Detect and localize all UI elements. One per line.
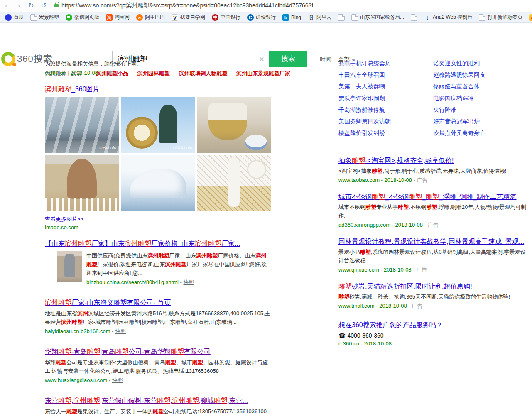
bookmark-item[interactable]: 打开新的标签页 xyxy=(476,13,526,22)
hot-news-link[interactable]: 充电手机订总统套房 xyxy=(338,60,433,66)
bookmark-favicon: [-] xyxy=(308,14,314,21)
phone-icon: ☎ xyxy=(338,332,346,339)
highlighted-term: 雕塑 xyxy=(338,283,352,290)
image-block-title-link[interactable]: 滨州雕塑_360图片 xyxy=(45,85,271,94)
hot-news-link[interactable]: 贾跃亭许家印闹翻 xyxy=(338,95,433,101)
result-thumbnail-wrap[interactable] xyxy=(57,251,82,286)
result-title-link[interactable]: 东营雕塑,滨州雕塑,东营假山假树-东营雕塑,滨州雕塑,聊城雕塑,东营... xyxy=(45,397,248,405)
white-marble-sculpture-image[interactable] xyxy=(121,155,195,211)
url-text[interactable]: https://www.so.com/s?q=滨州雕塑&src=srp&fr=n… xyxy=(61,2,313,10)
ad-label: - 广告 xyxy=(412,177,428,183)
promo-phone-number: 4000-360-360 xyxy=(347,332,383,339)
bookmark-item[interactable]: ↓ Aria2 Web 控制台 xyxy=(421,13,476,22)
bookmark-item[interactable] xyxy=(335,13,348,22)
hot-news-link[interactable]: 诺奖迎女性的胜利 xyxy=(433,60,528,66)
hot-news-link[interactable]: 美第一夫人被群嘲 xyxy=(338,83,433,89)
ad-snippet: <淘宝网>抽象雕塑,简于形,精于心,质感舒适,无异味,大牌商家,值得信赖! xyxy=(338,167,528,175)
bookmark-favicon: b xyxy=(282,14,289,21)
bookmark-item[interactable]: F 不饱和 xyxy=(526,13,532,22)
forward-icon[interactable]: › xyxy=(12,0,25,12)
hot-news-link[interactable]: 楼盘降价引发纠纷 xyxy=(338,130,433,136)
refresh-icon[interactable]: ↻ xyxy=(25,0,37,12)
hot-news-link[interactable]: 凌晨点外卖离奇身亡 xyxy=(433,130,528,136)
bookmark-item[interactable]: [-] 阿里云 xyxy=(304,13,335,22)
bookmark-item[interactable]: V 我要自学网 xyxy=(168,13,208,22)
promo-title-link[interactable]: 想在360搜索推广您的产品服务吗？ xyxy=(338,321,443,329)
snapshot-link[interactable]: 快照 xyxy=(112,377,123,383)
text-run: |青岛 xyxy=(100,348,115,355)
ad-title-link[interactable]: 雕塑砂岩,天猫精选折扣区,限时让利,超值惠购! xyxy=(338,282,472,291)
promo-block: 想在360搜索推广您的产品服务吗？ ☎4000-360-360 e.360.cn… xyxy=(338,321,528,347)
result-title-link[interactable]: 【山东滨州雕塑厂家】山东滨州雕塑厂家价格_山东滨州雕塑厂家... xyxy=(45,240,240,248)
highlighted-term: 雕塑 xyxy=(214,397,227,404)
text-run: 华翔 xyxy=(45,359,56,365)
bookmark-favicon: V xyxy=(172,14,178,21)
bookmark-label: 打开新的标签页 xyxy=(488,14,522,21)
snapshot-link[interactable]: 快照 xyxy=(183,279,194,285)
text-run: 厂家价格_山东 xyxy=(151,240,195,247)
sand-sculpture-image[interactable] xyxy=(45,155,119,211)
bookmark-favicon: 中 xyxy=(212,14,218,21)
bookmark-item[interactable]: 山东省国家税务局... xyxy=(348,13,407,22)
mosaic-cup-sculpture-image[interactable] xyxy=(197,97,271,153)
bookmark-item[interactable] xyxy=(407,13,421,22)
steel-spire-sculpture-image[interactable]: cnsphoto xyxy=(45,97,119,153)
bookmark-item[interactable]: 中 中国银行 xyxy=(208,13,244,22)
bookmark-label: 我要自学网 xyxy=(180,14,205,21)
result-thumbnail-image[interactable] xyxy=(57,251,82,282)
text-run: 专业从事 xyxy=(376,204,398,210)
bookmark-item[interactable]: 百度 xyxy=(2,13,27,22)
result-snippet: 中国供应商(免费提供山东滨州雕塑厂家、山东滨州雕塑厂家价格、山东滨州雕塑厂家报价… xyxy=(86,251,271,277)
back-icon[interactable]: ‹ xyxy=(0,0,12,12)
ad-title-link[interactable]: 园林景观设计教程,景观设计实战教学,园林景观高手速成_景观... xyxy=(338,238,524,246)
reload-icon[interactable]: ↺ xyxy=(37,0,50,12)
bookmark-favicon: F xyxy=(529,14,532,21)
ship-wheel-statue-image[interactable]: CNSphoto xyxy=(121,97,195,153)
search-result: 东营雕塑,滨州雕塑,东营假山假树-东营雕塑,滨州雕塑,聊城雕塑,东营... 东营… xyxy=(45,397,271,414)
ad-title-link[interactable]: 城市不锈钢雕塑_不锈钢雕塑_雕塑_浮雕_铜雕_制作工艺精湛 xyxy=(338,193,517,201)
bookmark-label: 建设银行 xyxy=(256,14,276,21)
bookmark-item[interactable]: 微信网页版 xyxy=(62,13,103,22)
result-title-link[interactable]: 华翔雕塑-青岛雕塑|青岛雕塑公司-青岛华翔雕塑有限公司 xyxy=(45,348,211,356)
text-run: 地址是山东省 xyxy=(45,310,77,316)
ad-label: - 广告 xyxy=(407,303,423,309)
bookmarks-bar: 百度 宏景雕塑 微信网页版 淘 淘宝网 a 阿里巴巴 V 我要自学网 中 中国银… xyxy=(0,12,532,23)
bookmark-favicon xyxy=(338,14,345,21)
ad-title-link[interactable]: 抽象雕塑-<淘宝网>,规格齐全,畅享低价! xyxy=(338,157,454,165)
bookmark-item[interactable]: 淘 淘宝网 xyxy=(103,13,133,22)
hot-news-link[interactable]: 电影国庆档遇冷 xyxy=(433,95,528,101)
porcelain-vase-wall-image[interactable] xyxy=(197,155,271,211)
bookmark-label: 阿里云 xyxy=(316,14,331,21)
hot-news-link[interactable]: 美国务卿第四次访朝 xyxy=(338,118,433,124)
hot-news-link[interactable]: 赵薇路透照惊呆网友 xyxy=(433,72,528,78)
highlighted-term: 雕塑 xyxy=(427,204,437,210)
more-images-link[interactable]: 查看更多图片>> xyxy=(45,216,83,223)
hot-news-list: 充电手机订总统套房 诺奖迎女性的胜利 丰田汽车全球召回 赵薇路透照惊呆网友 美第… xyxy=(338,60,528,136)
text-run: 砂岩,满减、秒杀、抢购,365天不间断,天猫给你极致的生活购物体验! xyxy=(349,294,510,300)
bookmark-item[interactable]: a 阿里巴巴 xyxy=(133,13,168,22)
bookmark-item[interactable]: 宏景雕塑 xyxy=(27,13,62,22)
address-bar[interactable]: https://www.so.com/s?q=滨州雕塑&src=srp&fr=n… xyxy=(50,0,532,12)
hot-news-link[interactable]: 千岛湖游船被停航 xyxy=(338,107,433,113)
highlighted-term: 滨州雕塑 xyxy=(125,240,151,247)
text-run: 是集设计、生产、安装于一体的 xyxy=(77,408,153,414)
highlighted-term: 雕塑 xyxy=(372,168,382,174)
hot-news-link[interactable]: 佟丽娅与董璇合体 xyxy=(433,83,528,89)
hot-news-link[interactable]: 好声音总冠军出炉 xyxy=(433,118,528,124)
ad-cite: www.taobao.com - 2018-10-08 xyxy=(338,177,412,183)
highlighted-term: 滨州雕塑 xyxy=(172,397,199,404)
text-run: _360图片 xyxy=(71,86,100,93)
bookmark-label: 宏景雕塑 xyxy=(39,14,59,21)
text-run: 厂家价格、山东 xyxy=(218,252,255,259)
highlighted-term: 滨州雕塑 xyxy=(65,240,91,247)
result-title-link[interactable]: 滨州雕塑厂家-山东海义雕塑有限公司- 首页 xyxy=(45,299,171,307)
text-run: 园林景观设计教程,景观设计实战教学,园林景观高手速成_景观... xyxy=(338,238,524,245)
search-button[interactable]: 搜索 xyxy=(269,51,307,67)
hot-news-link[interactable]: 央行降准 xyxy=(433,107,528,113)
bookmark-item[interactable]: b Bing xyxy=(279,13,304,22)
text-run: _浮雕_铜雕_制作工艺精湛 xyxy=(439,193,517,200)
bookmark-item[interactable]: C 建设银行 xyxy=(244,13,279,22)
hot-news-link[interactable]: 丰田汽车全球召回 xyxy=(338,72,433,78)
snapshot-link[interactable]: 快照 xyxy=(115,328,126,334)
image-results-grid: cnsphoto CNSphoto xyxy=(45,97,271,211)
